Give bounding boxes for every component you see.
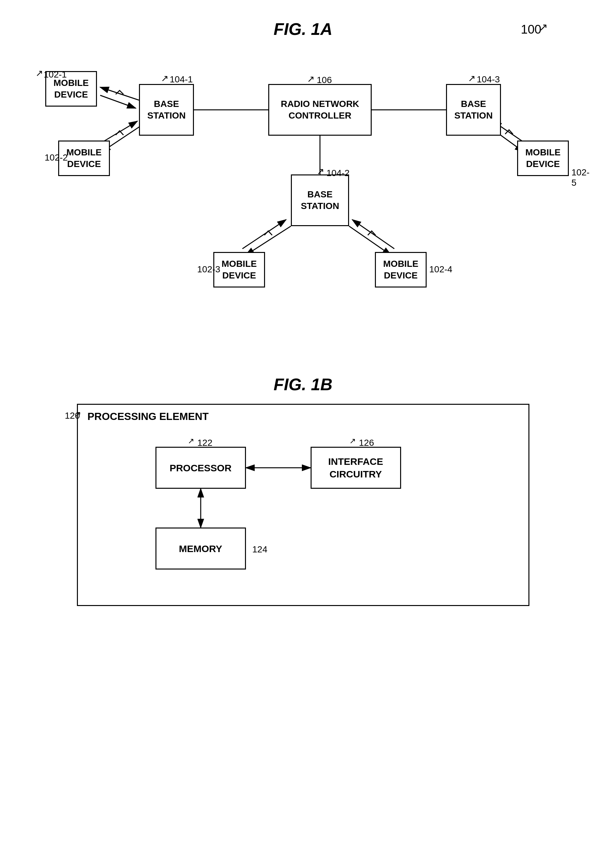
svg-line-3	[100, 87, 139, 100]
rnc-ref: 106	[317, 75, 332, 85]
svg-line-7	[246, 226, 291, 255]
svg-line-4	[100, 95, 136, 108]
bs3-ref: 104-3	[477, 74, 500, 85]
svg-line-9	[349, 226, 391, 255]
bs2-ref: 104-2	[326, 168, 350, 178]
svg-line-8	[242, 220, 286, 249]
md3-box: MOBILEDEVICE	[213, 252, 265, 287]
md5-box: MOBILEDEVICE	[517, 141, 569, 176]
processing-element-ref-arrow: ↗	[75, 409, 81, 418]
bs1-ref: 104-1	[170, 74, 193, 85]
bs3-box: BASESTATION	[446, 84, 501, 136]
section-1b: FIG. 1B PROCESSING ELEMENT 120 ↗ PROCESS…	[26, 375, 580, 606]
svg-line-10	[352, 220, 394, 249]
md4-ref: 102-4	[429, 264, 452, 274]
md2-ref: 102-2	[45, 152, 68, 163]
md3-ref: 102-3	[197, 264, 221, 274]
md1-ref: 102-1	[44, 70, 67, 80]
fig1a-title: FIG. 1A	[273, 20, 332, 39]
md5-ref: 102-5	[572, 167, 589, 188]
page: FIG. 1A 100 ↗	[0, 0, 606, 868]
fig1b-title: FIG. 1B	[273, 375, 332, 394]
diagram-1b-svg	[91, 431, 511, 592]
bs1-box: BASESTATION	[139, 84, 194, 136]
rnc-box: RADIO NETWORK CONTROLLER	[268, 84, 372, 136]
fig1a-ref: 100	[521, 23, 541, 37]
fig1a-ref-tick: ↗	[539, 21, 548, 33]
bs2-box: BASESTATION	[291, 174, 349, 226]
md4-box: MOBILEDEVICE	[375, 252, 427, 287]
processing-element-label: PROCESSING ELEMENT	[88, 411, 209, 423]
diagram-1a: RADIO NETWORK CONTROLLER 106 ↗ BASESTATI…	[26, 45, 580, 336]
